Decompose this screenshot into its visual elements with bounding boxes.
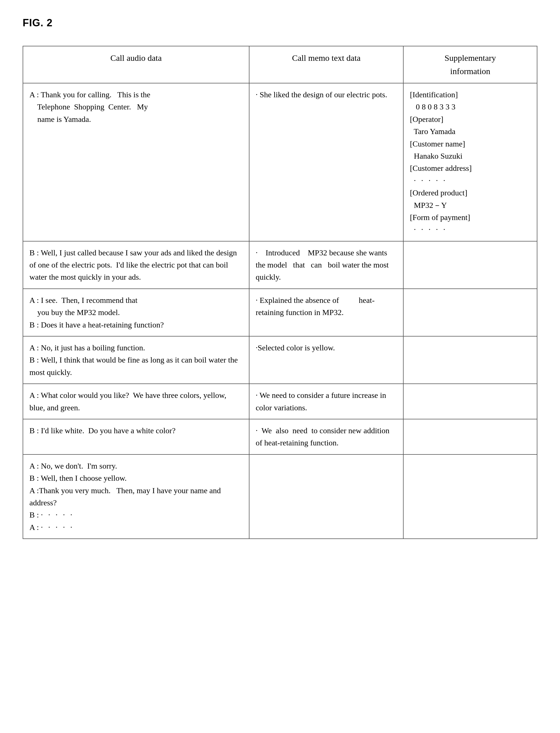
table-row: A : Thank you for calling. This is the T… bbox=[23, 83, 537, 241]
supp-cell-3 bbox=[403, 289, 537, 336]
audio-cell-1: A : Thank you for calling. This is the T… bbox=[23, 83, 249, 241]
audio-cell-7: A : No, we don't. I'm sorry. B : Well, t… bbox=[23, 454, 249, 539]
header-col3: Supplementary information bbox=[403, 46, 537, 83]
header-col2: Call memo text data bbox=[249, 46, 403, 83]
main-table: Call audio data Call memo text data Supp… bbox=[23, 46, 537, 539]
table-row: A : What color would you like? We have t… bbox=[23, 384, 537, 419]
table-row: A : No, it just has a boiling function. … bbox=[23, 336, 537, 384]
table-row: B : Well, I just called because I saw yo… bbox=[23, 241, 537, 289]
audio-cell-3: A : I see. Then, I recommend that you bu… bbox=[23, 289, 249, 336]
supp-cell-7 bbox=[403, 454, 537, 539]
memo-cell-3: · Explained the absence of heat-retainin… bbox=[249, 289, 403, 336]
memo-cell-4: ·Selected color is yellow. bbox=[249, 336, 403, 384]
audio-cell-2: B : Well, I just called because I saw yo… bbox=[23, 241, 249, 289]
audio-cell-4: A : No, it just has a boiling function. … bbox=[23, 336, 249, 384]
table-row: B : I'd like white. Do you have a white … bbox=[23, 419, 537, 454]
memo-cell-7 bbox=[249, 454, 403, 539]
table-row: A : No, we don't. I'm sorry. B : Well, t… bbox=[23, 454, 537, 539]
supp-cell-5 bbox=[403, 384, 537, 419]
fig-label: FIG. 2 bbox=[23, 17, 537, 29]
audio-cell-6: B : I'd like white. Do you have a white … bbox=[23, 419, 249, 454]
supp-cell-6 bbox=[403, 419, 537, 454]
header-col1: Call audio data bbox=[23, 46, 249, 83]
audio-cell-5: A : What color would you like? We have t… bbox=[23, 384, 249, 419]
supp-cell: [Identification] 0 8 0 8 3 3 3 [Operator… bbox=[403, 83, 537, 241]
supp-cell-4 bbox=[403, 336, 537, 384]
table-row: A : I see. Then, I recommend that you bu… bbox=[23, 289, 537, 336]
memo-cell-5: · We need to consider a future increase … bbox=[249, 384, 403, 419]
memo-cell-6: · We also need to consider new addition … bbox=[249, 419, 403, 454]
memo-cell-1: · She liked the design of our electric p… bbox=[249, 83, 403, 241]
memo-cell-2: · Introduced MP32 because she wants the … bbox=[249, 241, 403, 289]
supp-cell-2 bbox=[403, 241, 537, 289]
